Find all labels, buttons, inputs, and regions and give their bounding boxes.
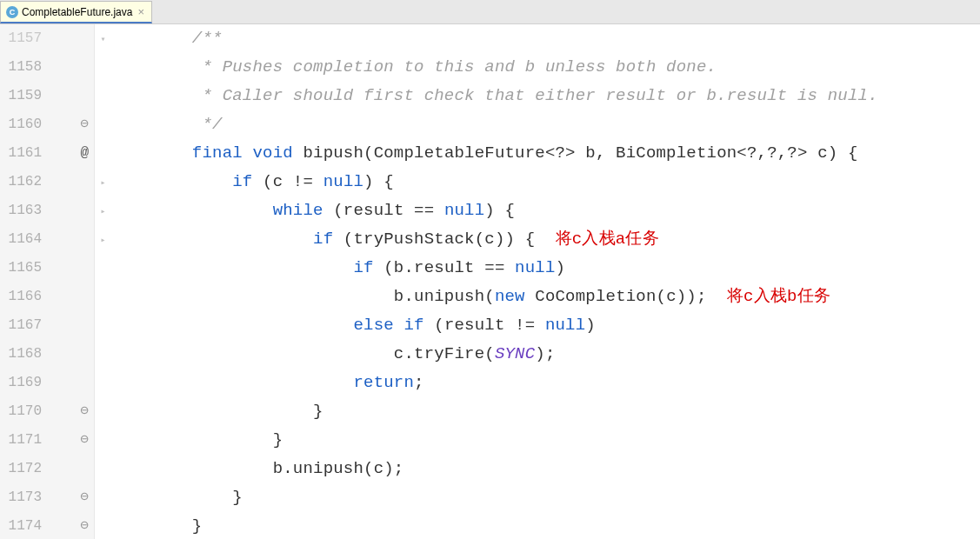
token-txt: ) (585, 316, 596, 335)
marker-gutter: ⊖@⊖⊖⊖⊖ (49, 24, 94, 539)
token-txt: ); (535, 344, 555, 363)
token-italic-purple: SYNC (495, 344, 535, 363)
token-kw: else if (353, 316, 434, 335)
token-kw: return (353, 373, 414, 392)
token-txt: ; (414, 373, 424, 392)
line-number: 1174 (0, 512, 42, 539)
token-kw: null (515, 258, 555, 277)
fold-indicator[interactable]: ▸ (95, 225, 111, 254)
line-number-gutter: 1157115811591160116111621163116411651166… (0, 24, 49, 539)
line-number: 1164 (0, 225, 42, 254)
override-icon[interactable]: @ (80, 139, 89, 168)
gutter-marker: ⊖ (49, 512, 94, 539)
token-txt: (result != (434, 316, 545, 335)
token-txt: b.unipush(c); (273, 459, 404, 478)
line-number: 1169 (0, 369, 42, 397)
gutter-marker (49, 53, 94, 82)
code-line[interactable]: c.tryFire(SYNC); (111, 340, 980, 369)
fold-indicator[interactable]: ▸ (95, 196, 111, 225)
fold-indicator (95, 110, 111, 139)
line-number: 1157 (0, 24, 42, 53)
gutter-marker (49, 455, 94, 483)
code-line[interactable]: /** (111, 24, 980, 53)
token-kw: if (353, 258, 383, 277)
code-line[interactable]: if (c != null) { (111, 168, 980, 196)
fold-indicator (95, 369, 111, 397)
gutter-marker (49, 168, 94, 196)
code-line[interactable]: } (111, 512, 980, 539)
token-str-red: 将c入栈a任务 (556, 230, 659, 249)
token-comment: /** (192, 29, 223, 48)
token-kw: null (444, 201, 484, 220)
token-txt: bipush(CompletableFuture<?> b, BiComplet… (303, 143, 857, 163)
line-number: 1161 (0, 139, 42, 168)
token-txt: (b.result == (383, 258, 515, 277)
gutter-marker: ⊖ (49, 483, 94, 512)
code-area[interactable]: /** * Pushes completion to this and b un… (111, 24, 980, 539)
fold-indicator (95, 311, 111, 340)
code-line[interactable]: if (tryPushStack(c)) { 将c入栈a任务 (111, 225, 980, 254)
line-number: 1170 (0, 397, 42, 426)
fold-indicator (95, 397, 111, 426)
code-line[interactable]: b.unipush(new CoCompletion(c)); 将c入栈b任务 (111, 283, 980, 311)
code-line[interactable]: } (111, 426, 980, 455)
java-class-icon: C (6, 6, 18, 18)
code-line[interactable]: b.unipush(c); (111, 455, 980, 483)
token-kw: null (545, 316, 585, 335)
gutter-marker (49, 283, 94, 311)
close-icon[interactable]: × (137, 5, 144, 18)
line-number: 1162 (0, 168, 42, 196)
gutter-marker (49, 196, 94, 225)
gutter-marker: ⊖ (49, 426, 94, 455)
token-txt: } (273, 430, 283, 449)
file-tab[interactable]: C CompletableFuture.java × (0, 1, 152, 23)
fold-indicator (95, 483, 111, 512)
token-txt: } (232, 488, 243, 507)
token-comment: * Caller should first check that either … (202, 86, 877, 105)
token-kw: new (495, 287, 535, 306)
gutter-marker (49, 225, 94, 254)
gutter-marker: @ (49, 139, 94, 168)
gutter-marker (49, 369, 94, 397)
code-line[interactable]: final void bipush(CompletableFuture<?> b… (111, 139, 980, 168)
tab-bar: C CompletableFuture.java × (0, 0, 980, 24)
token-str-red: 将c入栈b任务 (727, 287, 830, 306)
code-line[interactable]: return; (111, 369, 980, 397)
fold-indicator (95, 254, 111, 283)
code-line[interactable]: if (b.result == null) (111, 254, 980, 283)
token-comment: */ (202, 115, 222, 134)
code-line[interactable]: else if (result != null) (111, 311, 980, 340)
code-line[interactable]: } (111, 397, 980, 426)
code-line[interactable]: */ (111, 110, 980, 139)
fold-indicator (95, 283, 111, 311)
token-kw: while (273, 201, 334, 220)
line-number: 1166 (0, 283, 42, 311)
code-line[interactable]: * Caller should first check that either … (111, 82, 980, 110)
gutter-marker (49, 254, 94, 283)
fold-indicator[interactable]: ▸ (95, 168, 111, 196)
line-number: 1171 (0, 426, 42, 455)
token-txt: ) { (363, 172, 394, 191)
token-txt: } (313, 402, 323, 421)
line-number: 1165 (0, 254, 42, 283)
code-line[interactable]: while (result == null) { (111, 196, 980, 225)
line-number: 1173 (0, 483, 42, 512)
gutter-marker: ⊖ (49, 397, 94, 426)
code-line[interactable]: } (111, 483, 980, 512)
token-kw: if (232, 172, 263, 191)
gutter-marker (49, 82, 94, 110)
line-number: 1167 (0, 311, 42, 340)
fold-indicator (95, 512, 111, 539)
code-line[interactable]: * Pushes completion to this and b unless… (111, 53, 980, 82)
token-txt: b.unipush( (394, 287, 495, 306)
token-txt: (c != (263, 172, 323, 191)
token-txt: (result == (333, 201, 444, 220)
code-editor[interactable]: 1157115811591160116111621163116411651166… (0, 24, 980, 539)
fold-indicator (95, 53, 111, 82)
fold-indicator[interactable]: ▾ (95, 24, 111, 53)
fold-indicator (95, 139, 111, 168)
line-number: 1160 (0, 110, 42, 139)
fold-indicator (95, 426, 111, 455)
token-txt: ) { (484, 201, 515, 220)
line-number: 1163 (0, 196, 42, 225)
